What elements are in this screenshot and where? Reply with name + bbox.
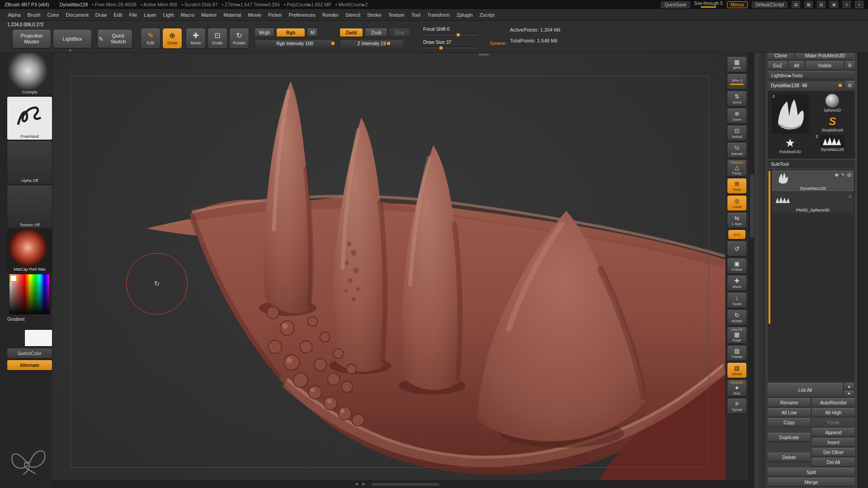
lsym-button[interactable]: ⇆L.Sym — [727, 213, 746, 228]
draw-size-bar[interactable] — [423, 47, 477, 49]
focal-shift-slider[interactable]: Focal Shift 0 — [423, 26, 477, 36]
subtool-eye-icon[interactable]: ◉ — [835, 172, 839, 177]
current-stroke-thumb[interactable]: FreeHand — [7, 97, 52, 140]
menu-marker[interactable]: Marker — [198, 12, 220, 18]
delete-button[interactable]: Delete — [768, 453, 811, 461]
menu-draw[interactable]: Draw — [92, 12, 110, 18]
polyf-button[interactable]: Line Fill▦PolyF — [727, 327, 746, 343]
subtool-pen-icon[interactable]: ✎ — [841, 172, 844, 177]
scroll-left-icon[interactable]: ◄ — [354, 482, 359, 486]
texture-selector[interactable]: Texture Off — [7, 185, 52, 228]
copy-subtool-button[interactable]: Copy — [768, 418, 811, 427]
list-all-button[interactable]: List All — [768, 383, 843, 397]
frame-button[interactable]: ▣Frame — [727, 258, 746, 273]
del-all-button[interactable]: Del All — [812, 458, 855, 466]
zcut-button[interactable]: Zcut — [390, 28, 410, 37]
rgb-intensity-slider[interactable]: Rgb Intensity 100 — [255, 39, 335, 47]
subtool-row-sphere[interactable]: ○ PM3D_Sphere3D — [772, 192, 854, 213]
autoreorder-button[interactable]: AutoReorder — [812, 398, 855, 407]
subtool-eye-icon-2[interactable]: ○ — [849, 194, 851, 199]
aahalf-button[interactable]: ½AAHalf — [727, 143, 746, 158]
merge-button[interactable]: Merge — [768, 478, 855, 486]
menu-file[interactable]: File — [126, 12, 141, 18]
all-low-button[interactable]: All Low — [768, 408, 811, 417]
menu-layer[interactable]: Layer — [141, 12, 160, 18]
focal-shift-bar[interactable] — [423, 33, 477, 36]
menu-edit[interactable]: Edit — [110, 12, 126, 18]
zadd-button[interactable]: Zadd — [340, 28, 363, 37]
subtool-section-header[interactable]: SubTool — [768, 160, 855, 168]
all-high-button[interactable]: All High — [812, 408, 855, 417]
duplicate-button[interactable]: Duplicate — [768, 433, 811, 441]
menu-zscript[interactable]: Zscript — [476, 12, 498, 18]
layout-preset-icon-1[interactable]: ▤ — [792, 1, 800, 8]
canvas-top-scrollbar[interactable] — [52, 52, 725, 57]
menu-brush[interactable]: Brush — [24, 12, 44, 18]
subtool-layers-icon[interactable]: ▤ — [847, 172, 851, 177]
simplebrush-thumb[interactable]: S SimpleBrush — [821, 115, 843, 132]
canvas-top-scroll-handle[interactable] — [478, 54, 489, 56]
active-tool-thumb[interactable]: 2 — [772, 94, 809, 134]
menu-preferences[interactable]: Preferences — [285, 12, 319, 18]
zoom-button[interactable]: ⊕Zoom — [727, 108, 746, 123]
alpha-selector[interactable]: Alpha Off — [7, 141, 52, 184]
menu-alpha[interactable]: Alpha — [5, 12, 24, 18]
rgb-intensity-knob[interactable] — [331, 42, 335, 45]
menu-zplugin[interactable]: Zplugin — [453, 12, 476, 18]
insert-button[interactable]: Insert — [812, 438, 855, 446]
secondary-color-swatch[interactable] — [24, 329, 52, 347]
m-button[interactable]: M — [307, 28, 317, 37]
subtool-up-button[interactable]: ▲ — [844, 383, 854, 389]
xpose-button[interactable]: ≡Xpose — [727, 399, 746, 413]
scroll-right-icon[interactable]: ► — [362, 482, 366, 486]
goz-visible-button[interactable]: Visible — [806, 61, 844, 70]
bpr-button[interactable]: ▦BPR — [727, 57, 746, 72]
menu-light[interactable]: Light — [160, 12, 177, 18]
subtool-down-button[interactable]: ▼ — [844, 390, 854, 397]
dynamic-label[interactable]: Dynamic — [490, 41, 506, 46]
floor-button[interactable]: ⊞Floor — [727, 178, 746, 193]
rotate-button[interactable]: ↻ Rotate — [230, 28, 249, 48]
tool-r-button[interactable]: R — [845, 81, 855, 89]
z-intensity-slider[interactable]: Z Intensity 19 — [340, 39, 403, 47]
subtool-scrollbar[interactable] — [769, 171, 770, 324]
append-button[interactable]: Append — [812, 428, 855, 436]
move-button[interactable]: ✚Move — [727, 276, 746, 291]
menu-tool[interactable]: Tool — [408, 12, 424, 18]
document-icon[interactable]: ▣ — [830, 1, 838, 8]
menu-macro[interactable]: Macro — [177, 12, 198, 18]
switch-color-button[interactable]: SwitchColor — [7, 348, 52, 358]
transp-button[interactable]: ▨Transp — [727, 346, 746, 361]
lightbox-button[interactable]: LightBox — [53, 30, 91, 48]
menu-stencil[interactable]: Stencil — [342, 12, 363, 18]
ghost-button[interactable]: ▧Ghost — [727, 363, 746, 378]
current-brush-thumb[interactable]: Crumple — [7, 52, 52, 95]
menu-document[interactable]: Document — [62, 12, 92, 18]
quicksave-button[interactable]: QuickSave — [661, 1, 690, 8]
spix-slider[interactable] — [730, 84, 744, 85]
mrgb-button[interactable]: Mrgb — [255, 28, 274, 37]
menu-picker[interactable]: Picker — [264, 12, 285, 18]
projection-master-button[interactable]: Projection Master — [13, 30, 51, 48]
zsub-button[interactable]: Zsub — [365, 28, 387, 37]
draw-button[interactable]: ⊕ Draw — [163, 28, 182, 48]
z-intensity-knob[interactable] — [387, 42, 390, 45]
layout-preset-icon-3[interactable]: ▥ — [817, 1, 826, 8]
menu-render[interactable]: Render — [319, 12, 342, 18]
lightbox-tools-button[interactable]: Lightbox▸Tools — [768, 71, 855, 80]
menu-texture[interactable]: Texture — [385, 12, 408, 18]
material-thumb[interactable]: MatCap Red Wax — [7, 230, 52, 272]
layout-preset-icon-2[interactable]: ▦ — [804, 1, 813, 8]
rgb-button[interactable]: Rgb — [277, 28, 305, 37]
scale-button[interactable]: ⊡ Scale — [208, 28, 227, 48]
menu-stroke[interactable]: Stroke — [363, 12, 385, 18]
paste-subtool-button[interactable]: Paste — [812, 418, 855, 427]
quick-sketch-button[interactable]: ✎ Quick Sketch — [98, 30, 132, 48]
goz-all-button[interactable]: All — [789, 61, 804, 70]
document-canvas[interactable]: ↻ — [52, 52, 725, 480]
rotate-button[interactable]: ↻Rotate — [727, 310, 746, 325]
rename-button[interactable]: Rename — [768, 398, 811, 407]
scale-button[interactable]: ↕Scale — [727, 293, 746, 308]
goz-r-button[interactable]: R — [845, 61, 855, 70]
see-through-control[interactable]: See-through 0 — [694, 1, 722, 8]
